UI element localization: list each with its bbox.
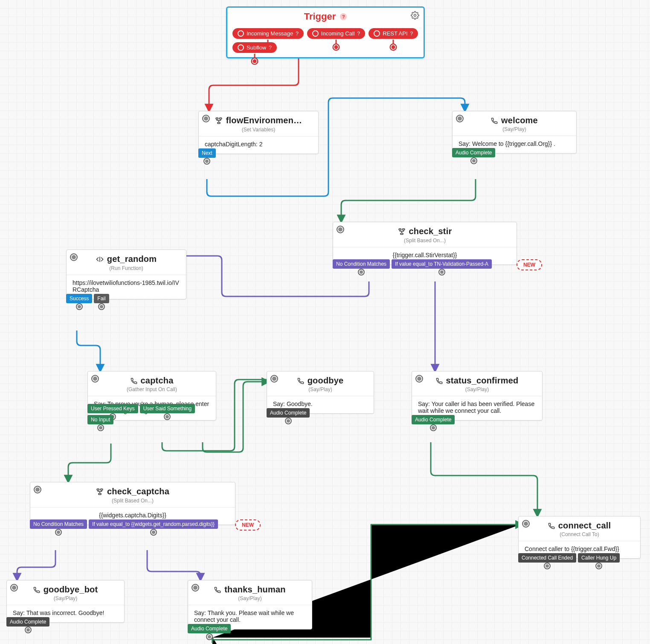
node-thanks-human[interactable]: thanks_human (Say/Play) Say: Thank you. … — [188, 580, 312, 629]
output-next[interactable]: Next — [198, 148, 216, 158]
node-get-random[interactable]: get_random (Run Function) https://ilovet… — [66, 249, 186, 299]
ring-icon — [238, 30, 244, 37]
node-title: connect_call — [548, 521, 611, 531]
output-dot[interactable] — [544, 563, 551, 569]
node-subtitle: (Connect Call To) — [519, 531, 640, 541]
input-dot[interactable] — [415, 375, 423, 383]
split-icon — [96, 488, 104, 496]
output-audio-complete[interactable]: Audio Complete — [267, 408, 310, 418]
tag-label: Success — [70, 296, 89, 302]
pill-label: Incoming Call — [321, 30, 355, 37]
node-goodbye[interactable]: goodbye (Say/Play) Say: Goodbye. Audio C… — [267, 371, 374, 414]
svg-rect-1 — [216, 118, 218, 119]
svg-point-0 — [414, 15, 416, 17]
tag-label: If value equal_to TN-Validation-Passed-A — [395, 261, 488, 267]
gear-icon[interactable] — [411, 11, 419, 20]
node-subtitle: (Say/Play) — [453, 126, 576, 136]
output-dot[interactable] — [203, 158, 210, 165]
trigger-pill-incoming-call[interactable]: Incoming Call ? — [307, 28, 365, 39]
output-dot[interactable] — [206, 633, 213, 640]
node-connect-call[interactable]: connect_call (Connect Call To) Connect c… — [518, 516, 641, 559]
output-dot[interactable] — [251, 58, 258, 65]
output-pressed-keys[interactable]: User Pressed Keys — [87, 404, 138, 413]
input-dot[interactable] — [202, 115, 210, 122]
output-condition-match[interactable]: If value equal_to {{widgets.get_random.p… — [89, 519, 218, 529]
input-dot[interactable] — [70, 253, 78, 261]
input-dot[interactable] — [10, 584, 18, 592]
tag-label: No Condition Matches — [336, 261, 386, 267]
output-said-something[interactable]: User Said Something — [140, 404, 195, 413]
output-dot[interactable] — [438, 269, 445, 276]
help-icon: ? — [269, 45, 272, 51]
output-dot[interactable] — [358, 269, 365, 276]
node-title: flowEnvironmen… — [215, 116, 302, 125]
input-dot[interactable] — [34, 486, 41, 493]
output-dot[interactable] — [55, 529, 62, 536]
svg-rect-9 — [100, 489, 102, 490]
output-success[interactable]: Success — [66, 294, 92, 303]
title-text: check_stir — [409, 226, 452, 236]
output-audio-complete[interactable]: Audio Complete — [412, 415, 455, 424]
node-status-confirmed[interactable]: status_confirmed (Say/Play) Say: Your ca… — [412, 371, 543, 421]
title-text: goodbye — [308, 376, 344, 386]
help-icon: ? — [410, 31, 413, 37]
trigger-pill-rest-api[interactable]: REST API ? — [369, 28, 418, 39]
output-condition-match[interactable]: If value equal_to TN-Validation-Passed-A — [392, 259, 492, 269]
title-text: status_confirmed — [446, 376, 519, 386]
input-dot[interactable] — [522, 520, 530, 528]
input-dot[interactable] — [456, 115, 464, 122]
output-dot[interactable] — [164, 413, 171, 420]
title-text: connect_call — [558, 521, 611, 531]
trigger-pill-subflow[interactable]: Subflow ? — [232, 42, 277, 53]
node-check-stir[interactable]: check_stir (Split Based On...) {{trigger… — [333, 222, 517, 265]
output-dot[interactable] — [430, 424, 437, 431]
node-subtitle: (Run Function) — [67, 265, 186, 275]
tag-label: Audio Complete — [10, 619, 46, 625]
tag-label: Connected Call Ended — [522, 555, 573, 561]
trigger-card[interactable]: Trigger ? Incoming Message ? Incoming Ca… — [226, 6, 425, 58]
trigger-pill-incoming-message[interactable]: Incoming Message ? — [232, 28, 304, 39]
output-dot[interactable] — [333, 44, 340, 51]
tag-label: No Input — [91, 417, 110, 423]
node-title: get_random — [96, 254, 157, 264]
output-dot[interactable] — [98, 303, 105, 310]
node-captcha[interactable]: captcha (Gather Input On Call) Say: To p… — [87, 371, 216, 421]
node-goodbye-bot[interactable]: goodbye_bot (Say/Play) Say: That was inc… — [6, 580, 125, 623]
title-text: captcha — [141, 376, 174, 386]
output-no-input[interactable]: No Input — [87, 415, 113, 424]
input-dot[interactable] — [337, 226, 344, 233]
node-welcome[interactable]: welcome (Say/Play) Say: Welcome to {{tri… — [452, 111, 577, 154]
output-dot[interactable] — [595, 563, 602, 569]
code-icon — [96, 255, 104, 263]
output-dot[interactable] — [470, 157, 477, 164]
output-dot[interactable] — [97, 424, 104, 431]
node-flow-environment[interactable]: flowEnvironmen… (Set Variables) captchaD… — [198, 111, 319, 154]
output-dot[interactable] — [150, 529, 157, 536]
output-audio-complete[interactable]: Audio Complete — [6, 617, 49, 627]
title-text: thanks_human — [224, 585, 286, 595]
output-call-ended[interactable]: Connected Call Ended — [518, 553, 576, 563]
help-icon[interactable]: ? — [340, 13, 347, 20]
new-condition-button[interactable]: NEW — [235, 519, 261, 531]
output-fail[interactable]: Fail — [94, 294, 109, 303]
node-check-captcha[interactable]: check_captcha (Split Based On...) {{widg… — [30, 482, 235, 525]
node-subtitle: (Say/Play) — [267, 386, 374, 396]
output-no-match[interactable]: No Condition Matches — [30, 519, 87, 529]
output-dot[interactable] — [390, 44, 397, 51]
svg-rect-3 — [218, 122, 220, 123]
title-text: check_captcha — [107, 487, 169, 496]
output-audio-complete[interactable]: Audio Complete — [188, 624, 231, 633]
output-dot[interactable] — [285, 418, 292, 424]
input-dot[interactable] — [270, 375, 278, 383]
input-dot[interactable] — [91, 375, 99, 383]
output-no-match[interactable]: No Condition Matches — [333, 259, 390, 269]
input-dot[interactable] — [192, 584, 199, 592]
new-condition-button[interactable]: NEW — [517, 259, 542, 270]
output-caller-hung-up[interactable]: Caller Hung Up — [578, 553, 620, 563]
output-dot[interactable] — [76, 303, 83, 310]
output-audio-complete[interactable]: Audio Complete — [452, 148, 495, 157]
node-subtitle: (Split Based On...) — [30, 498, 235, 507]
trigger-title-text: Trigger — [304, 11, 336, 22]
node-title: captcha — [131, 376, 174, 386]
output-dot[interactable] — [25, 627, 32, 633]
